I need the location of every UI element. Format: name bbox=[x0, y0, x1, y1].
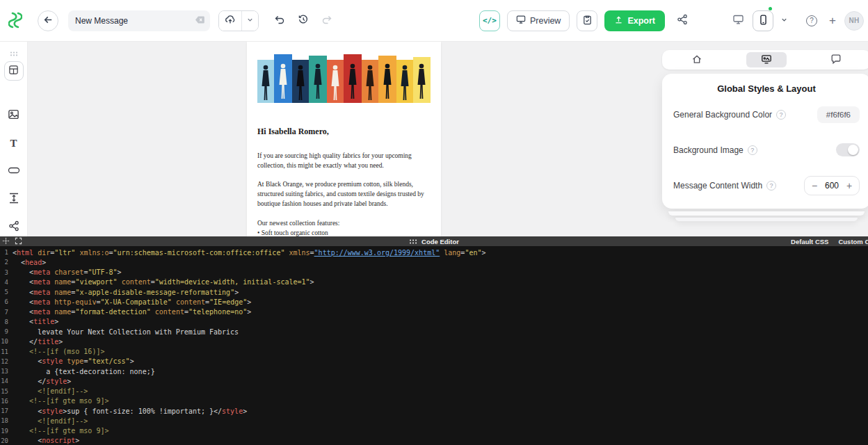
tab-general[interactable] bbox=[677, 52, 717, 67]
line-number: 13 bbox=[0, 368, 8, 375]
help-circle-icon[interactable]: ? bbox=[766, 181, 776, 191]
code-text[interactable]: <style type="text/css"> bbox=[13, 357, 134, 365]
question-mark-icon: ? bbox=[806, 15, 817, 26]
code-text[interactable]: <style>sup { font-size: 100% !important;… bbox=[13, 407, 247, 415]
code-text[interactable]: </title> bbox=[13, 338, 63, 346]
sidebar-item-spacer[interactable] bbox=[3, 188, 25, 210]
code-line[interactable]: 1<html dir="ltr" xmlns:o="urn:schemas-mi… bbox=[0, 248, 868, 257]
desktop-view-button[interactable] bbox=[728, 10, 748, 31]
sidebar-item-text[interactable]: T bbox=[3, 132, 25, 154]
line-number: 3 bbox=[0, 269, 8, 276]
export-button[interactable]: Export bbox=[604, 10, 665, 31]
code-line[interactable]: 3 <meta charset="UTF-8"> bbox=[0, 268, 868, 277]
sidebar-item-social[interactable] bbox=[3, 216, 25, 238]
code-text[interactable]: <head> bbox=[13, 259, 46, 266]
code-text[interactable]: <title> bbox=[13, 318, 58, 325]
cloud-upload-button[interactable] bbox=[219, 11, 241, 31]
tab-comments[interactable] bbox=[816, 52, 856, 67]
code-line[interactable]: 14 </style> bbox=[0, 376, 868, 386]
code-text[interactable]: <!--[if (mso 16)]> bbox=[13, 348, 104, 355]
test-send-button[interactable] bbox=[577, 10, 597, 31]
line-number: 2 bbox=[0, 259, 8, 266]
code-text[interactable]: <html dir="ltr" xmlns:o="urn:schemas-mic… bbox=[13, 249, 486, 257]
code-line[interactable]: 15 <![endif]--> bbox=[0, 387, 868, 396]
code-line[interactable]: 5 <meta name="x-apple-disable-message-re… bbox=[0, 287, 868, 297]
save-options-button[interactable] bbox=[241, 11, 258, 31]
code-text[interactable]: levate Your Next Collection with Premium… bbox=[13, 328, 239, 336]
help-circle-icon[interactable]: ? bbox=[748, 145, 757, 155]
undo-button[interactable] bbox=[270, 11, 289, 31]
code-editor-content[interactable]: 1<html dir="ltr" xmlns:o="urn:schemas-mi… bbox=[0, 246, 868, 445]
share-button[interactable] bbox=[672, 10, 693, 31]
back-button[interactable] bbox=[38, 10, 58, 31]
email-preview-card[interactable]: Hi Isabella Romero, If you are sourcing … bbox=[247, 42, 441, 245]
code-line[interactable]: 6 <meta http-equiv="X-UA-Compatible" con… bbox=[0, 297, 868, 307]
redo-button[interactable] bbox=[317, 11, 337, 31]
drag-dots-icon[interactable] bbox=[10, 48, 18, 58]
code-text[interactable]: <meta name="x-apple-disable-message-refo… bbox=[13, 289, 239, 296]
code-text[interactable]: </style> bbox=[13, 378, 71, 385]
line-number: 7 bbox=[0, 309, 8, 316]
code-text[interactable]: a {text-decoration: none;} bbox=[13, 368, 155, 375]
sidebar-item-button[interactable] bbox=[3, 160, 25, 182]
code-line[interactable]: 11 <!--[if (mso 16)]> bbox=[0, 347, 868, 357]
sidebar-item-image[interactable] bbox=[3, 104, 25, 127]
code-line[interactable]: 17 <style>sup { font-size: 100% !importa… bbox=[0, 406, 868, 416]
default-css-button[interactable]: Default CSS bbox=[791, 238, 828, 245]
message-title-input[interactable] bbox=[68, 10, 210, 31]
decrease-width-button[interactable]: − bbox=[807, 181, 822, 191]
code-line[interactable]: 10 </title> bbox=[0, 337, 868, 346]
code-line[interactable]: 18 <![endif]--> bbox=[0, 416, 868, 426]
increase-width-button[interactable]: + bbox=[842, 181, 857, 191]
help-circle-icon[interactable]: ? bbox=[776, 110, 786, 120]
code-line[interactable]: 2 <head> bbox=[0, 257, 868, 267]
code-line[interactable]: 9 levate Your Next Collection with Premi… bbox=[0, 327, 868, 337]
minus-icon: − bbox=[812, 180, 817, 191]
code-line[interactable]: 13 a {text-decoration: none;} bbox=[0, 366, 868, 376]
preview-button[interactable]: Preview bbox=[507, 10, 570, 31]
code-line[interactable]: 20 <noscript> bbox=[0, 436, 868, 445]
code-text[interactable]: <!--[if gte mso 9]> bbox=[13, 427, 108, 435]
share-nodes-icon bbox=[677, 14, 688, 27]
code-editor-toggle-button[interactable]: </> bbox=[479, 10, 500, 31]
version-history-button[interactable] bbox=[294, 11, 313, 31]
mobile-view-button[interactable] bbox=[753, 10, 773, 31]
code-text[interactable]: <meta charset="UTF-8"> bbox=[13, 268, 122, 276]
code-text[interactable]: <meta name="viewport" content="width=dev… bbox=[13, 278, 314, 286]
code-line[interactable]: 7 <meta name="format-detection" content=… bbox=[0, 307, 868, 317]
code-text[interactable]: <!--[if gte mso 9]> bbox=[13, 397, 108, 405]
code-text[interactable]: <![endif]--> bbox=[13, 417, 88, 425]
code-line[interactable]: 19 <!--[if gte mso 9]> bbox=[0, 426, 868, 436]
email-paragraph[interactable]: Our newest collection features: bbox=[257, 218, 431, 228]
content-width-value[interactable]: 600 bbox=[822, 181, 842, 191]
email-paragraph[interactable]: If you are sourcing high quality fabrics… bbox=[257, 151, 431, 170]
code-text[interactable]: <![endif]--> bbox=[13, 387, 88, 395]
drag-dots-icon bbox=[409, 238, 417, 245]
background-image-toggle[interactable] bbox=[836, 143, 860, 156]
user-avatar[interactable]: NH bbox=[844, 11, 864, 31]
background-color-value-chip[interactable]: #f6f6f6 bbox=[817, 106, 860, 123]
code-text[interactable]: <meta name="format-detection" content="t… bbox=[13, 308, 251, 316]
email-greeting[interactable]: Hi Isabella Romero, bbox=[257, 127, 431, 137]
help-button[interactable]: ? bbox=[803, 12, 821, 30]
chevron-down-icon bbox=[246, 15, 254, 26]
clear-title-button[interactable] bbox=[194, 15, 206, 26]
fullscreen-button[interactable] bbox=[15, 236, 22, 246]
code-line[interactable]: 12 <style type="text/css"> bbox=[0, 357, 868, 366]
expand-icon bbox=[15, 236, 22, 246]
device-options-button[interactable] bbox=[778, 12, 790, 30]
code-line[interactable]: 8 <title> bbox=[0, 317, 868, 327]
sidebar-item-structures[interactable] bbox=[4, 61, 24, 81]
code-line[interactable]: 16 <!--[if gte mso 9]> bbox=[0, 396, 868, 406]
custom-css-button[interactable]: Custom CSS bbox=[838, 238, 868, 245]
line-number: 20 bbox=[0, 437, 8, 444]
email-paragraph[interactable]: At Black Orange, we produce premium cott… bbox=[257, 179, 431, 209]
move-panel-button[interactable] bbox=[2, 236, 10, 246]
code-line[interactable]: 4 <meta name="viewport" content="width=d… bbox=[0, 277, 868, 287]
code-text[interactable]: <noscript> bbox=[13, 437, 79, 444]
tab-styles[interactable] bbox=[746, 52, 787, 67]
code-text[interactable]: <meta http-equiv="X-UA-Compatible" conte… bbox=[13, 298, 251, 306]
add-button[interactable]: + bbox=[825, 12, 840, 30]
code-editor-header[interactable]: Code Editor Default CSS Custom CSS bbox=[0, 236, 868, 246]
email-hero-image[interactable] bbox=[256, 50, 432, 110]
